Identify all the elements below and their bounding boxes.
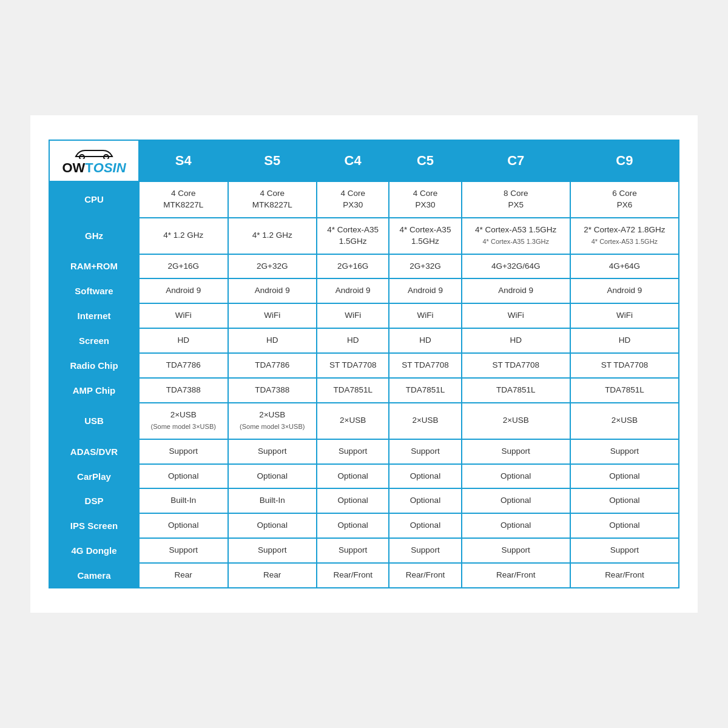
- cell-2-4: 4G+32G/64G: [462, 254, 570, 279]
- cell-10-5: Optional: [570, 464, 679, 489]
- logo-ow: OW: [62, 160, 85, 175]
- cell-5-0: HD: [139, 328, 228, 353]
- col-header-s5: S5: [228, 140, 317, 181]
- cell-12-5: Optional: [570, 513, 679, 538]
- col-header-c9: C9: [570, 140, 679, 181]
- row-label-amp-chip: AMP Chip: [49, 378, 139, 403]
- table-row: RAM+ROM2G+16G2G+32G2G+16G2G+32G4G+32G/64…: [49, 254, 679, 279]
- cell-4-2: WiFi: [317, 303, 389, 328]
- cell-9-0: Support: [139, 439, 228, 464]
- cell-13-5: Support: [570, 538, 679, 563]
- row-label-software: Software: [49, 278, 139, 303]
- cell-5-3: HD: [389, 328, 461, 353]
- logo-cell: OWTOSIN: [49, 140, 139, 181]
- cell-1-1: 4* 1.2 GHz: [228, 218, 317, 254]
- cell-0-4: 8 CorePX5: [462, 181, 570, 218]
- cell-6-1: TDA7786: [228, 353, 317, 378]
- cell-8-1: 2×USB(Some model 3×USB): [228, 403, 317, 439]
- cell-11-5: Optional: [570, 488, 679, 513]
- cell-11-0: Built-In: [139, 488, 228, 513]
- row-label-camera: Camera: [49, 563, 139, 588]
- logo-container: OWTOSIN: [55, 146, 133, 176]
- cell-4-4: WiFi: [462, 303, 570, 328]
- page-wrapper: OWTOSIN S4 S5 C4 C5 C7 C9 CPU4 CoreMTK82…: [30, 115, 698, 613]
- row-label-ram-rom: RAM+ROM: [49, 254, 139, 279]
- cell-10-3: Optional: [389, 464, 461, 489]
- cell-2-1: 2G+32G: [228, 254, 317, 279]
- table-row: 4G DongleSupportSupportSupportSupportSup…: [49, 538, 679, 563]
- cell-1-5: 2* Cortex-A72 1.8GHz4* Cortex-A53 1.5GHz: [570, 218, 679, 254]
- cell-12-4: Optional: [462, 513, 570, 538]
- cell-13-4: Support: [462, 538, 570, 563]
- cell-4-5: WiFi: [570, 303, 679, 328]
- table-row: GHz4* 1.2 GHz4* 1.2 GHz4* Cortex-A351.5G…: [49, 218, 679, 254]
- logo-osin: OSIN: [93, 160, 126, 175]
- cell-13-1: Support: [228, 538, 317, 563]
- cell-10-2: Optional: [317, 464, 389, 489]
- cell-9-3: Support: [389, 439, 461, 464]
- cell-7-2: TDA7851L: [317, 378, 389, 403]
- cell-12-3: Optional: [389, 513, 461, 538]
- logo-t: T: [85, 160, 93, 175]
- row-label-carplay: CarPlay: [49, 464, 139, 489]
- row-label-cpu: CPU: [49, 181, 139, 218]
- cell-8-4: 2×USB: [462, 403, 570, 439]
- logo-text: OWTOSIN: [62, 160, 126, 176]
- cell-6-2: ST TDA7708: [317, 353, 389, 378]
- cell-7-4: TDA7851L: [462, 378, 570, 403]
- cell-11-3: Optional: [389, 488, 461, 513]
- cell-4-1: WiFi: [228, 303, 317, 328]
- table-row: CameraRearRearRear/FrontRear/FrontRear/F…: [49, 563, 679, 588]
- cell-9-1: Support: [228, 439, 317, 464]
- table-row: IPS ScreenOptionalOptionalOptionalOption…: [49, 513, 679, 538]
- cell-0-5: 6 CorePX6: [570, 181, 679, 218]
- cell-1-0: 4* 1.2 GHz: [139, 218, 228, 254]
- row-label-screen: Screen: [49, 328, 139, 353]
- row-label-ghz: GHz: [49, 218, 139, 254]
- cell-2-5: 4G+64G: [570, 254, 679, 279]
- cell-11-4: Optional: [462, 488, 570, 513]
- cell-13-3: Support: [389, 538, 461, 563]
- cell-8-0: 2×USB(Some model 3×USB): [139, 403, 228, 439]
- cell-8-2: 2×USB: [317, 403, 389, 439]
- cell-14-2: Rear/Front: [317, 563, 389, 588]
- cell-5-5: HD: [570, 328, 679, 353]
- col-header-c7: C7: [462, 140, 570, 181]
- cell-9-5: Support: [570, 439, 679, 464]
- cell-7-3: TDA7851L: [389, 378, 461, 403]
- cell-7-1: TDA7388: [228, 378, 317, 403]
- table-row: SoftwareAndroid 9Android 9Android 9Andro…: [49, 278, 679, 303]
- cell-2-2: 2G+16G: [317, 254, 389, 279]
- cell-0-3: 4 CorePX30: [389, 181, 461, 218]
- cell-12-0: Optional: [139, 513, 228, 538]
- cell-10-4: Optional: [462, 464, 570, 489]
- cell-5-2: HD: [317, 328, 389, 353]
- table-row: InternetWiFiWiFiWiFiWiFiWiFiWiFi: [49, 303, 679, 328]
- table-row: ScreenHDHDHDHDHDHD: [49, 328, 679, 353]
- cell-14-4: Rear/Front: [462, 563, 570, 588]
- cell-0-0: 4 CoreMTK8227L: [139, 181, 228, 218]
- cell-14-3: Rear/Front: [389, 563, 461, 588]
- cell-3-2: Android 9: [317, 278, 389, 303]
- cell-0-1: 4 CoreMTK8227L: [228, 181, 317, 218]
- cell-5-1: HD: [228, 328, 317, 353]
- cell-7-5: TDA7851L: [570, 378, 679, 403]
- cell-7-0: TDA7388: [139, 378, 228, 403]
- table-row: Radio ChipTDA7786TDA7786ST TDA7708ST TDA…: [49, 353, 679, 378]
- cell-4-3: WiFi: [389, 303, 461, 328]
- cell-11-1: Built-In: [228, 488, 317, 513]
- row-label-internet: Internet: [49, 303, 139, 328]
- comparison-table: OWTOSIN S4 S5 C4 C5 C7 C9 CPU4 CoreMTK82…: [49, 140, 679, 588]
- cell-6-0: TDA7786: [139, 353, 228, 378]
- cell-13-2: Support: [317, 538, 389, 563]
- row-label-radio-chip: Radio Chip: [49, 353, 139, 378]
- table-row: ADAS/DVRSupportSupportSupportSupportSupp…: [49, 439, 679, 464]
- cell-4-0: WiFi: [139, 303, 228, 328]
- table-row: USB2×USB(Some model 3×USB)2×USB(Some mod…: [49, 403, 679, 439]
- table-body: CPU4 CoreMTK8227L4 CoreMTK8227L4 CorePX3…: [49, 181, 679, 588]
- cell-3-5: Android 9: [570, 278, 679, 303]
- car-logo-icon: [70, 146, 118, 159]
- row-label-4g-dongle: 4G Dongle: [49, 538, 139, 563]
- cell-13-0: Support: [139, 538, 228, 563]
- cell-8-5: 2×USB: [570, 403, 679, 439]
